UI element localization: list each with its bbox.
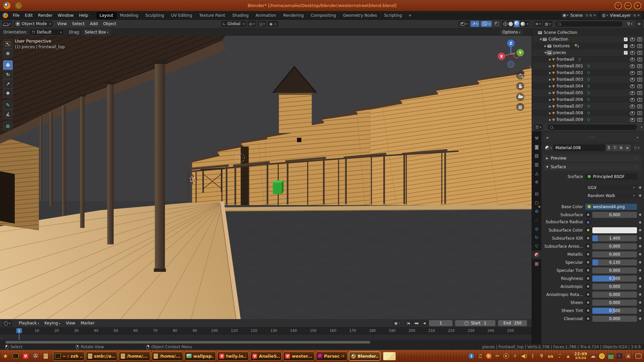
value-slider[interactable]: 0.130 xyxy=(592,259,637,265)
timeline-scrollbar-thumb[interactable] xyxy=(5,341,370,344)
annotate-tool-button[interactable]: ✎ xyxy=(3,100,13,110)
pan-button[interactable] xyxy=(516,82,524,90)
transform-tool-button[interactable]: ❖ xyxy=(3,88,13,98)
viewport-menu-add[interactable]: Add xyxy=(87,20,100,27)
launcher-terminal-icon[interactable]: ›_ xyxy=(11,352,19,360)
outliner-row-scene-collection[interactable]: Scene Collection xyxy=(532,29,644,36)
decorator-dot[interactable] xyxy=(585,235,591,241)
workspace-tab-rendering[interactable]: Rendering xyxy=(280,12,307,19)
keyframe-dot[interactable] xyxy=(639,214,641,216)
material-preview-shading-icon[interactable] xyxy=(514,20,520,27)
launcher-media-player-icon[interactable]: ✇ xyxy=(32,352,40,360)
properties-editor-type-button[interactable]: ☰▾ xyxy=(534,124,543,130)
expand-arrow-icon[interactable]: ▶ xyxy=(548,58,552,61)
transform-orientation-dropdown[interactable]: ∟ Global▾ xyxy=(221,21,246,27)
decorator-dot[interactable] xyxy=(585,284,591,289)
usb-tray-icon[interactable]: ♆ xyxy=(539,354,544,359)
add-cube-tool-button[interactable]: ⊞ xyxy=(3,121,13,131)
outliner-editor-type-button[interactable]: ≡▾ xyxy=(534,21,542,27)
keyframe-dot[interactable] xyxy=(639,293,641,296)
view-layer-selector[interactable]: ▥▾ ViewLayer ⧉ ✕ xyxy=(601,12,642,18)
hide-eye-icon[interactable] xyxy=(630,51,635,55)
properties-tab-data[interactable]: ▽ xyxy=(532,242,541,250)
select-box-tool-button[interactable]: ↖ xyxy=(3,39,13,49)
emoji-tray-icon[interactable]: ☺ xyxy=(599,353,605,359)
expand-arrow-icon[interactable]: ▶ xyxy=(543,45,547,48)
outliner-row-frontwall-008[interactable]: ▶▼frontwall.008▽ xyxy=(532,110,644,116)
keyframe-dot[interactable] xyxy=(639,186,641,189)
workspace-tab-compositing[interactable]: Compositing xyxy=(307,12,339,19)
launcher-file-manager-icon[interactable] xyxy=(42,352,50,360)
caret-up-tray-icon[interactable]: ▲ xyxy=(566,354,571,358)
current-frame-badge[interactable]: 1 xyxy=(16,328,22,333)
properties-tab-material[interactable] xyxy=(532,250,541,259)
expand-arrow-icon[interactable]: ▶ xyxy=(548,98,552,101)
taskbar-window-wallpap-[interactable]: wallpap... xyxy=(184,352,216,361)
workspace-tab-geometry-nodes[interactable]: Geometry Nodes xyxy=(340,12,381,19)
keyframe-dot[interactable] xyxy=(639,221,641,224)
decorator-dot[interactable] xyxy=(585,316,591,321)
exclude-checkbox[interactable]: ✓ xyxy=(624,51,628,55)
properties-header-options-icon[interactable]: ▾ xyxy=(641,126,642,129)
cut-tray-icon[interactable]: ✂ xyxy=(495,354,500,359)
keyframe-dot[interactable] xyxy=(639,309,641,312)
outliner-row-frontwall-002[interactable]: ▶▼frontwall.002▽ xyxy=(532,69,644,76)
frame-start-field[interactable]: Start 1 xyxy=(455,320,495,326)
delete-view-layer-icon[interactable]: ✕ xyxy=(637,13,641,17)
outliner-row-frontwall-001[interactable]: ▶▼frontwall.001▽ xyxy=(532,63,644,69)
scene-name[interactable]: Scene xyxy=(571,13,583,18)
pin-scene-icon[interactable]: ⊙ xyxy=(585,13,589,17)
outliner-row-frontwall-007[interactable]: ▶▼frontwall.007▽ xyxy=(532,103,644,110)
snap-toggle[interactable]: ⋃▾ xyxy=(258,21,266,27)
zoom-button[interactable] xyxy=(516,71,524,79)
dropdown-field[interactable]: GGX▾ xyxy=(585,185,637,191)
hide-eye-icon[interactable] xyxy=(630,44,635,48)
disable-render-icon[interactable] xyxy=(637,111,642,115)
menu-help[interactable]: Help xyxy=(76,12,91,19)
expander-icon[interactable]: ▶ xyxy=(539,205,542,208)
taskbar-window--zsh-[interactable]: ›_~ : zsh ... xyxy=(53,352,85,361)
clock-widget[interactable]: 22:493/5/24 xyxy=(574,352,587,360)
viewport-menu-object[interactable]: Object xyxy=(100,20,119,27)
timeline-strip[interactable]: 1102030405060708090100110120130140150160… xyxy=(0,327,532,340)
cursor-tool-button[interactable]: ⊕ xyxy=(3,49,13,58)
outliner-row-collection[interactable]: ▼Collection✓ xyxy=(532,36,644,43)
current-frame-field[interactable]: 1 xyxy=(429,320,452,326)
properties-tab-output[interactable]: ▤ xyxy=(532,151,541,160)
move-tool-button[interactable]: ↔↕ xyxy=(3,60,13,70)
keyframe-dot[interactable] xyxy=(639,229,641,231)
disable-render-icon[interactable] xyxy=(637,51,642,55)
calculator-tray-icon[interactable] xyxy=(608,353,613,359)
disable-render-icon[interactable] xyxy=(637,58,642,61)
taskbar-window-parsec[interactable]: Parsec◁) xyxy=(316,352,347,361)
options-button[interactable]: Options▾ xyxy=(500,29,523,35)
show-desktop-tray-icon[interactable] xyxy=(636,354,641,359)
update-tray-icon[interactable]: ↻ xyxy=(486,353,491,359)
timeline-collapse-arrow[interactable]: › xyxy=(1,336,2,340)
orientation-setting-dropdown[interactable]: ⤱ Default ▾ xyxy=(30,29,64,36)
outliner-row-frontwall-009[interactable]: ▶▼frontwall.009▽ xyxy=(532,116,644,123)
launcher-vivaldi-icon[interactable]: V xyxy=(21,352,30,360)
rendered-shading-icon[interactable] xyxy=(521,22,525,26)
play-reverse-button[interactable]: ◀ xyxy=(420,320,428,326)
keyframe-dot[interactable] xyxy=(639,317,641,320)
taskbar-window-twily-in-[interactable]: Vtwily.in... xyxy=(217,352,249,361)
playhead[interactable] xyxy=(19,333,19,340)
properties-tab-scene[interactable]: ◬ xyxy=(532,169,541,177)
exclude-checkbox[interactable]: ✓ xyxy=(624,38,628,41)
frame-end-field[interactable]: End 250 xyxy=(498,320,527,326)
workspace-tab-scripting[interactable]: Scripting xyxy=(381,12,406,19)
disable-render-icon[interactable] xyxy=(637,118,642,122)
outliner-row-frontwall-005[interactable]: ▶▼frontwall.005▽ xyxy=(532,89,644,96)
taskbar-window-analies-[interactable]: VAnalieS... xyxy=(250,352,282,361)
keyframe-dot[interactable] xyxy=(639,285,641,288)
exclude-checkbox[interactable]: ✓ xyxy=(624,44,628,48)
viewport-menu-select[interactable]: Select xyxy=(69,20,87,27)
material-name-field[interactable]: Material.008 xyxy=(553,144,605,151)
menu-window[interactable]: Window xyxy=(55,12,76,19)
expand-arrow-icon[interactable]: ▼ xyxy=(543,51,547,54)
decorator-dot[interactable] xyxy=(585,276,591,281)
outliner-row-frontwall[interactable]: ▶▼frontwall▽ xyxy=(532,56,644,63)
lamp-tray-icon[interactable]: ☼ xyxy=(512,354,518,359)
workspace-tab-animation[interactable]: Animation xyxy=(252,12,280,19)
